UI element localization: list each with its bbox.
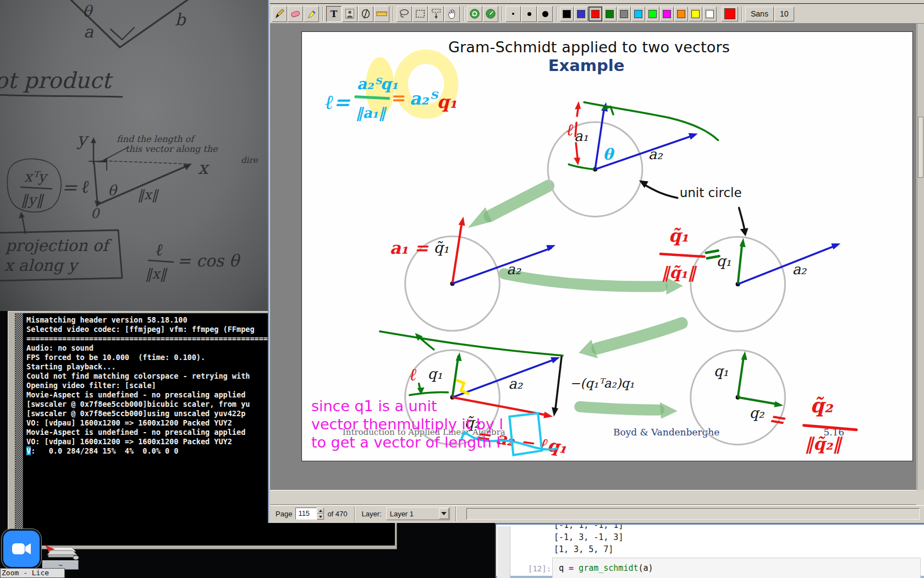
circle1-green-ink (569, 102, 718, 170)
font-name-button[interactable]: Sans (745, 7, 774, 21)
lasso-select-button[interactable] (397, 6, 412, 22)
color-swatch[interactable] (631, 7, 645, 21)
a2-label-circle3: a₂ (792, 261, 806, 277)
toolbar-separator (393, 7, 394, 21)
color-swatch[interactable] (646, 7, 659, 21)
norm-x-label: ‖x‖ (138, 187, 160, 203)
theta2-label: θ (108, 182, 118, 199)
color-chip (663, 10, 671, 18)
video-player-window: θ a b ot product find the length of this… (0, 0, 270, 311)
svg-text:q₁: q₁ (437, 91, 457, 112)
output-line: [-1, 3, -1, 3] (554, 532, 623, 544)
origin-label: 0 (91, 206, 100, 221)
y-axis-label: y (76, 129, 90, 150)
layer-dropdown[interactable]: Layer 1 (386, 507, 450, 520)
highlighter-tool-button[interactable] (304, 6, 319, 22)
image-tool-button[interactable] (342, 6, 358, 22)
svg-text:=: = (392, 88, 406, 108)
pencil-icon (273, 8, 285, 20)
toolbar-row-clipped (270, 0, 924, 4)
color-chip (677, 10, 685, 18)
pen-tool-button[interactable] (272, 6, 287, 22)
pen-fine-button[interactable] (505, 6, 521, 22)
image-icon (344, 8, 356, 20)
color-swatch[interactable] (660, 7, 674, 21)
status-v-highlight: V (26, 446, 31, 455)
svg-text:ℓ=: ℓ= (325, 90, 350, 113)
toolbar-separator (556, 7, 557, 21)
qt1-fraction-num: q̃₁ (669, 225, 689, 246)
shape-recognizer-button[interactable] (358, 6, 373, 22)
printer-desktop-icon[interactable] (43, 544, 80, 563)
page-up-button[interactable] (317, 508, 324, 514)
page-number-spinbox[interactable]: 115 (295, 508, 324, 520)
color-chip (691, 10, 700, 18)
note-line2: this vector along the (125, 144, 218, 154)
page-down-button[interactable] (317, 514, 324, 520)
pen-thick-button[interactable] (537, 6, 553, 22)
unit-circle-label: unit circle (680, 186, 742, 200)
color-chip (634, 10, 642, 18)
highlighter-icon (305, 8, 317, 20)
terminal-scrollbar[interactable] (15, 313, 23, 546)
rect-select-icon (414, 8, 426, 20)
color-chip (620, 10, 628, 18)
color-swatch[interactable] (689, 7, 702, 21)
zoom-app-icon[interactable] (3, 531, 40, 567)
font-size-button[interactable]: 10 (774, 7, 794, 21)
current-color-indicator[interactable] (722, 7, 738, 21)
hand-tool-button[interactable] (444, 6, 460, 22)
ruler-icon (376, 8, 388, 20)
code-cell[interactable]: q = gram_schmidt(a) (552, 558, 921, 578)
vertical-scrollbar[interactable] (917, 24, 924, 490)
color-swatch[interactable] (574, 7, 588, 21)
toolbar-separator (322, 7, 323, 21)
equals-sign: = (62, 176, 78, 198)
eraser-tool-button[interactable] (288, 6, 303, 22)
slide-page[interactable]: Gram-Schmidt applied to two vectors Exam… (301, 31, 913, 461)
text-tool-button[interactable]: T (326, 6, 342, 22)
dropdown-arrow-icon[interactable] (439, 508, 449, 519)
page-number-value[interactable]: 115 (295, 508, 317, 520)
angle-theta-label: θ (82, 2, 94, 20)
color-swatch[interactable] (560, 7, 574, 21)
color-chip (648, 10, 657, 18)
color-swatch-row (560, 7, 717, 21)
pen-medium-button[interactable] (521, 6, 537, 22)
green-pen-icon (485, 8, 497, 20)
vertical-space-button[interactable] (428, 6, 444, 22)
hand-icon (446, 8, 458, 20)
default-tool-button[interactable] (483, 6, 498, 22)
qt2-frac-equals-ink: = (767, 406, 788, 432)
cos-numerator: ℓ (156, 240, 163, 259)
color-swatch[interactable] (674, 7, 688, 21)
color-swatch[interactable] (588, 7, 602, 21)
code-line[interactable]: q = gram_schmidt(a) (553, 558, 920, 573)
dot-large-icon (542, 11, 548, 17)
projection-box-line2: x along y (4, 256, 80, 275)
notebook-scroll-strip[interactable] (497, 526, 510, 578)
status-bar: Page 115 of 470 Layer: Layer 1 (270, 505, 924, 521)
scrollbar-thumb[interactable] (918, 117, 923, 177)
magenta-note-line3: to get a vector of length l (311, 434, 501, 451)
ruler-tool-button[interactable] (374, 6, 389, 22)
jupyter-notebook-window[interactable]: [-1, 1, -1, 1][-1, 3, -1, 3][1, 3, 5, 7]… (495, 523, 924, 578)
toolbar-separator (741, 7, 743, 21)
default-pen-button[interactable] (467, 6, 482, 22)
zoom-icon-label[interactable]: Zoom - Lice (0, 568, 65, 578)
color-chip (706, 10, 714, 18)
qt1-fraction-bar (661, 254, 705, 257)
magenta-note-line2: vector thenmultiply it by l (311, 416, 503, 433)
color-swatch[interactable] (617, 7, 631, 21)
rect-select-button[interactable] (413, 6, 428, 22)
color-swatch[interactable] (603, 7, 617, 21)
horizontal-scrollbar[interactable] (270, 490, 916, 505)
qt2-fraction-den: ‖q̃₂‖ (805, 434, 843, 454)
shape-circle-icon (360, 8, 372, 20)
printer-icon (43, 544, 80, 560)
document-canvas[interactable]: Gram-Schmidt applied to two vectors Exam… (270, 24, 916, 490)
circle4-vectors (453, 352, 562, 418)
color-swatch[interactable] (703, 7, 717, 21)
note-line3: dire (241, 155, 258, 165)
note-line1: find the length of (117, 134, 196, 144)
